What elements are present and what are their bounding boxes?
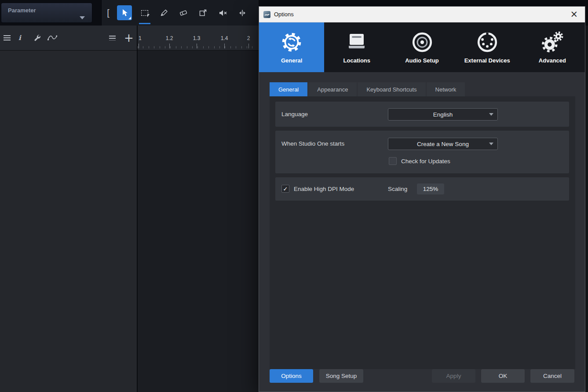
bend-marker-icon — [238, 9, 246, 17]
check-for-updates-checkbox[interactable] — [389, 157, 397, 165]
plus-icon: + — [124, 32, 134, 44]
parameter-label: Parameter — [8, 7, 36, 14]
disk-icon — [346, 31, 367, 53]
nav-audio-setup[interactable]: Audio Setup — [389, 22, 454, 72]
dialog-titlebar[interactable]: Options × — [259, 7, 585, 22]
range-tool-button[interactable] — [137, 5, 152, 20]
chevron-down-icon — [80, 16, 85, 19]
chevron-down-icon — [489, 113, 493, 116]
inspector-button[interactable]: i — [18, 34, 21, 42]
active-tool-underline — [139, 23, 150, 24]
wrench-icon — [33, 34, 41, 42]
nav-label: Locations — [343, 57, 370, 64]
ruler-label: 2 — [247, 35, 250, 41]
nav-label: Audio Setup — [405, 57, 439, 64]
slip-tool-button[interactable] — [196, 5, 211, 20]
ok-label: OK — [499, 373, 508, 379]
tab-label: Keyboard Shortcuts — [366, 86, 416, 93]
general-tabs: General Appearance Keyboard Shortcuts Ne… — [270, 82, 465, 96]
general-settings-content: Language English When Studio One starts … — [270, 96, 575, 369]
list-icon — [4, 35, 11, 40]
close-icon[interactable]: × — [567, 10, 581, 19]
nav-locations[interactable]: Locations — [324, 22, 389, 72]
nav-label: Advanced — [539, 57, 566, 64]
song-setup-button[interactable]: Song Setup — [319, 369, 363, 383]
automation-button[interactable] — [47, 35, 57, 41]
tab-general[interactable]: General — [270, 82, 307, 96]
studio-one-logo-icon — [263, 11, 270, 18]
options-mode-label: Options — [281, 373, 302, 379]
ruler-minor-ticks — [138, 46, 258, 48]
cancel-button[interactable]: Cancel — [530, 369, 574, 383]
nav-external-devices[interactable]: External Devices — [455, 22, 520, 72]
eraser-tool-button[interactable] — [176, 5, 191, 20]
high-dpi-checkbox[interactable]: ✓ — [281, 185, 289, 193]
options-dialog: Options × General — [259, 6, 585, 392]
nav-label: External Devices — [464, 57, 510, 64]
curve-icon — [47, 35, 57, 41]
tab-network[interactable]: Network — [427, 82, 465, 96]
range-select-icon — [141, 10, 148, 16]
options-category-bar: General Locations Audio Setup — [259, 22, 585, 72]
tab-label: Appearance — [317, 86, 348, 93]
midi-din-icon — [476, 31, 498, 53]
startup-row: When Studio One starts Create a New Song… — [275, 131, 569, 173]
ok-button[interactable]: OK — [481, 369, 525, 383]
nav-advanced[interactable]: Advanced — [520, 22, 585, 72]
cursor-arrow-icon — [121, 9, 128, 17]
tab-label: Network — [435, 86, 457, 93]
parameter-dropdown[interactable]: Parameter — [1, 3, 92, 23]
language-value: English — [433, 111, 453, 118]
check-icon: ✓ — [283, 186, 288, 192]
language-label: Language — [281, 111, 308, 117]
language-select[interactable]: English — [388, 108, 498, 121]
apply-label: Apply — [446, 373, 461, 379]
arrow-tool-button[interactable] — [117, 5, 132, 20]
track-list-button[interactable] — [4, 35, 11, 40]
add-track-button[interactable]: + — [124, 32, 134, 44]
ruler-label: 1.4 — [221, 35, 228, 41]
tools-button[interactable] — [33, 34, 41, 42]
startup-value: Create a New Song — [417, 141, 469, 147]
speaker-rings-icon — [411, 31, 433, 53]
tool-dropdown-corner-icon — [128, 17, 131, 19]
nav-label: General — [281, 57, 302, 64]
nav-general[interactable]: General — [259, 22, 324, 72]
gear-sync-icon — [281, 31, 303, 53]
bend-tool-button[interactable] — [235, 5, 250, 20]
bracket-tool-button[interactable]: [ — [101, 5, 116, 20]
apply-button[interactable]: Apply — [432, 369, 475, 383]
high-dpi-label: Enable High DPI Mode — [294, 186, 354, 192]
eraser-icon — [179, 9, 188, 17]
timeline-ruler[interactable]: 1 1.2 1.3 1.4 2 — [138, 26, 259, 51]
scaling-label: Scaling — [388, 186, 407, 192]
box-arrow-icon — [199, 9, 207, 17]
gears-icon — [541, 31, 564, 53]
song-setup-label: Song Setup — [326, 373, 357, 379]
scaling-value: 125% — [423, 186, 438, 192]
options-mode-button[interactable]: Options — [270, 369, 313, 383]
dialog-title: Options — [274, 11, 294, 18]
info-icon: i — [18, 34, 21, 42]
tab-label: General — [278, 86, 299, 93]
tab-appearance[interactable]: Appearance — [308, 82, 357, 96]
startup-select[interactable]: Create a New Song — [388, 138, 498, 150]
dpi-row: ✓ Enable High DPI Mode Scaling 125% — [275, 177, 569, 201]
startup-label: When Studio One starts — [281, 140, 344, 147]
left-panel — [0, 51, 137, 392]
check-for-updates-label: Check for Updates — [401, 158, 450, 165]
screen: Parameter [ — [0, 0, 588, 392]
ruler-label: 1.2 — [166, 35, 173, 41]
tool-toolbar: [ — [101, 0, 259, 26]
mute-tool-button[interactable] — [215, 5, 230, 20]
layers-button[interactable] — [109, 36, 116, 40]
pencil-icon — [160, 9, 168, 17]
pencil-tool-button[interactable] — [157, 5, 172, 20]
ruler-label: 1.3 — [193, 35, 201, 41]
rows-icon — [109, 36, 116, 40]
language-row: Language English — [275, 102, 569, 127]
scaling-value-field[interactable]: 125% — [417, 183, 444, 194]
mute-speaker-icon — [219, 9, 227, 17]
cancel-label: Cancel — [543, 373, 562, 379]
tab-keyboard-shortcuts[interactable]: Keyboard Shortcuts — [358, 82, 425, 96]
